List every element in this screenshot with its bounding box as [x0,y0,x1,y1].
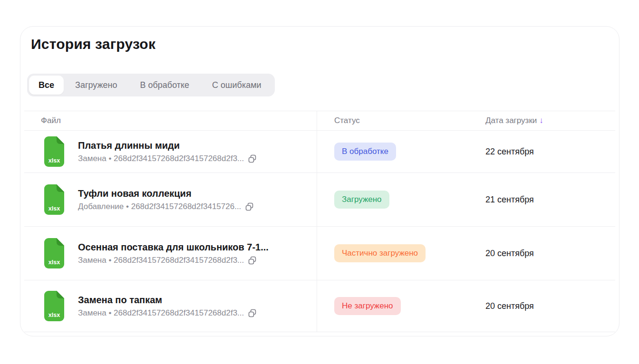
table-row[interactable]: xlsx Туфли новая коллекция Добавление • … [24,173,615,227]
status-badge: В обработке [334,143,396,161]
xlsx-file-icon: xlsx [44,136,64,167]
status-badge: Частично загружено [334,244,426,262]
copy-icon[interactable] [244,202,254,212]
file-title: Платья длинны миди [78,140,257,151]
status-badge: Не загружено [334,297,401,315]
column-header-status: Статус [317,111,485,130]
copy-icon[interactable] [247,308,257,318]
file-title: Замена по тапкам [78,294,257,306]
column-header-file: Файл [24,116,317,125]
file-subtitle: Добавление • 268d2f34157268d2f3415726... [78,202,241,211]
copy-icon[interactable] [247,154,257,164]
copy-icon[interactable] [247,256,257,266]
xlsx-file-icon: xlsx [44,291,64,321]
file-type-label: xlsx [48,205,60,212]
xlsx-file-icon: xlsx [44,184,64,215]
page-title: История загрузок [31,36,615,52]
uploads-table: Файл Статус Дата загрузки ↓ xlsx Платья … [24,111,615,332]
tab-all[interactable]: Все [29,76,64,95]
file-subtitle: Замена • 268d2f34157268d2f34157268d2f3..… [78,256,244,265]
table-row[interactable]: xlsx Замена по тапкам Замена • 268d2f341… [24,280,615,332]
file-cell: xlsx Туфли новая коллекция Добавление • … [24,173,317,226]
date-cell: 22 сентября [485,131,615,172]
file-cell: xlsx Платья длинны миди Замена • 268d2f3… [24,131,317,172]
xlsx-file-icon: xlsx [44,238,64,268]
file-cell: xlsx Замена по тапкам Замена • 268d2f341… [24,280,317,332]
table-row[interactable]: xlsx Осенная поставка для школьников 7-1… [24,227,615,280]
tab-errors[interactable]: С ошибками [201,76,273,95]
file-subtitle: Замена • 268d2f34157268d2f34157268d2f3..… [78,308,244,318]
file-type-label: xlsx [48,157,60,164]
column-header-date-label: Дата загрузки [485,116,537,125]
status-cell: Загружено [317,173,485,226]
status-badge: Загружено [334,191,389,209]
date-cell: 20 сентября [485,227,615,280]
sort-desc-icon: ↓ [539,116,543,125]
file-title: Осенная поставка для школьников 7-1... [78,241,269,253]
file-type-label: xlsx [48,312,60,318]
tab-uploaded[interactable]: Загружено [64,76,128,95]
date-cell: 21 сентября [485,173,615,226]
status-cell: Не загружено [317,280,485,332]
file-subtitle: Замена • 268d2f34157268d2f34157268d2f3..… [78,154,244,163]
status-cell: Частично загружено [317,227,485,280]
date-cell: 20 сентября [485,280,615,332]
file-cell: xlsx Осенная поставка для школьников 7-1… [24,227,317,280]
filter-tabs: Все Загружено В обработке С ошибками [27,74,275,96]
file-title: Туфли новая коллекция [78,188,254,199]
table-row[interactable]: xlsx Платья длинны миди Замена • 268d2f3… [24,131,615,173]
status-cell: В обработке [317,131,485,172]
upload-history-panel: История загрузок Все Загружено В обработ… [20,26,620,336]
column-header-date[interactable]: Дата загрузки ↓ [485,116,615,125]
table-header: Файл Статус Дата загрузки ↓ [24,111,615,131]
file-type-label: xlsx [48,259,60,266]
tab-processing[interactable]: В обработке [129,76,201,95]
